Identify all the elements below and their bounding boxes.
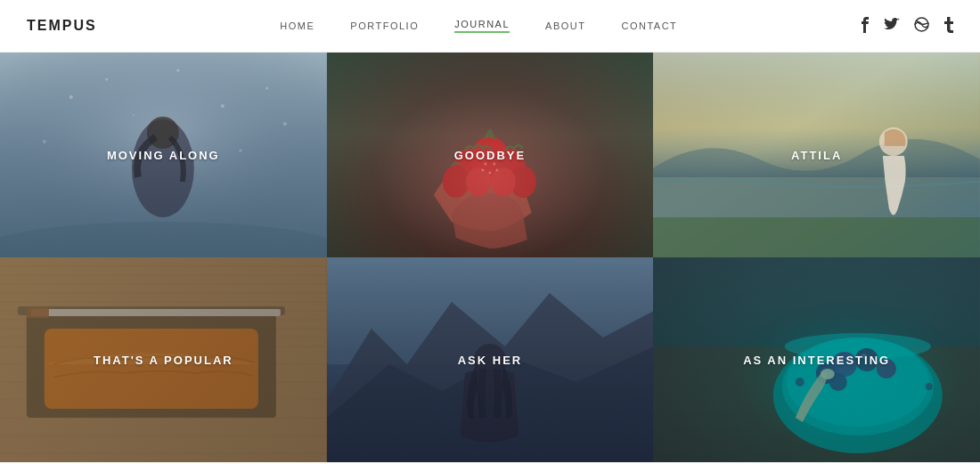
grid-label-5: ASK HER: [458, 354, 523, 367]
tumblr-icon[interactable]: [943, 17, 953, 36]
grid-item-4[interactable]: THAT'S A POPULAR: [0, 257, 327, 462]
svg-rect-32: [653, 217, 980, 257]
grid-label-2: GOODBYE: [454, 149, 526, 162]
grid-label-4: THAT'S A POPULAR: [94, 354, 233, 367]
grid-label-1: MOVING ALONG: [107, 149, 220, 162]
twitter-icon[interactable]: [884, 18, 900, 34]
grid-item-5[interactable]: ASK HER: [327, 257, 654, 462]
grid-item-3[interactable]: ATTILA: [653, 53, 980, 257]
nav-contact[interactable]: CONTACT: [621, 20, 677, 31]
grid-label-3: ATTILA: [791, 149, 842, 162]
nav-about[interactable]: ABOUT: [545, 20, 585, 31]
grid-item-2[interactable]: GOODBYE: [327, 53, 654, 257]
nav-home[interactable]: HOME: [280, 20, 314, 31]
grid-label-6: AS AN INTERESTING: [743, 354, 890, 367]
facebook-icon[interactable]: [861, 17, 870, 36]
grid-item-6[interactable]: AS AN INTERESTING: [653, 257, 980, 462]
social-icons: [861, 17, 953, 36]
site-header: TEMPUS HOME PORTFOLIO JOURNAL ABOUT CONT…: [0, 0, 980, 53]
main-nav: HOME PORTFOLIO JOURNAL ABOUT CONTACT: [280, 19, 677, 33]
nav-journal[interactable]: JOURNAL: [454, 19, 510, 33]
journal-grid: MOVING ALONG: [0, 53, 980, 462]
grid-item-1[interactable]: MOVING ALONG: [0, 53, 327, 257]
site-logo[interactable]: TEMPUS: [27, 18, 97, 34]
dribbble-icon[interactable]: [914, 17, 929, 35]
nav-portfolio[interactable]: PORTFOLIO: [350, 20, 419, 31]
